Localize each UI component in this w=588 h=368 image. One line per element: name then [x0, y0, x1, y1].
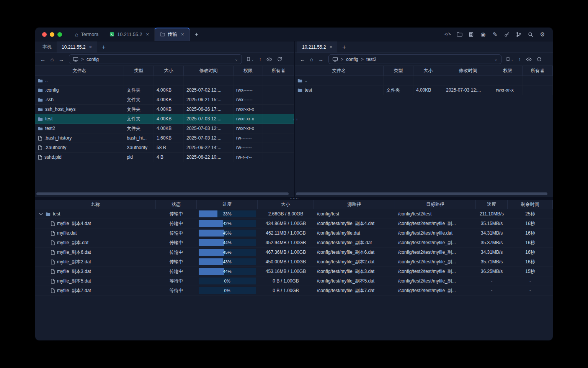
record-icon[interactable]: ◉ — [479, 30, 487, 39]
close-tab-icon[interactable]: × — [146, 32, 149, 37]
transfer-row[interactable]: myfile_副本.dat 传输中 44% 452.94MB / 1.00GB … — [35, 238, 553, 248]
home-button[interactable]: ⌂ — [47, 55, 57, 64]
column-header-mtime[interactable]: 修改时间 — [184, 66, 234, 76]
new-tab-button[interactable]: + — [190, 28, 204, 41]
column-header-owner[interactable]: 所有者 — [523, 66, 553, 76]
column-header-status[interactable]: 状态 — [156, 200, 197, 209]
file-row[interactable]: .config 文件夹 4.00KB 2025-07-02 12:... rwx… — [35, 85, 294, 95]
home-button[interactable]: ⌂ — [307, 55, 316, 64]
file-row[interactable]: test2 文件夹 4.00KB 2025-07-03 12:... rwxr-… — [35, 124, 294, 133]
column-header-perm[interactable]: 权限 — [234, 66, 263, 76]
log-icon[interactable] — [467, 30, 475, 39]
file-row[interactable]: sshd.pid pid 4 B 2025-06-22 10:... rw-r-… — [35, 153, 294, 162]
show-hidden-button[interactable] — [265, 55, 273, 64]
code-icon[interactable]: </> — [443, 30, 452, 39]
horizontal-splitter[interactable]: ⋯⋯ — [35, 197, 553, 200]
column-header-size[interactable]: 大小 — [258, 200, 314, 209]
settings-icon[interactable]: ⚙ — [538, 30, 547, 39]
file-row[interactable]: .bash_history bash_hi... 1.60KB 2025-07-… — [35, 133, 294, 143]
chevron-down-icon[interactable]: ⌄ — [235, 57, 238, 62]
forward-button[interactable]: → — [316, 55, 325, 64]
chevron-down-icon[interactable]: ⌄ — [494, 57, 498, 62]
column-header-mtime[interactable]: 修改时间 — [443, 66, 493, 76]
transfer-row[interactable]: test 传输中 33% 2.66GB / 8.00GB /config/tes… — [35, 209, 553, 219]
column-header-name[interactable]: 文件名 — [35, 66, 124, 76]
bookmark-button[interactable]: ⌄ — [505, 55, 515, 64]
new-pane-tab-button[interactable]: + — [337, 41, 351, 53]
transfer-row[interactable]: myfile_副本2.dat 传输中 43% 450.00MB / 1.00GB… — [35, 257, 553, 267]
tree-expand-chevron-icon[interactable] — [38, 213, 43, 215]
path-breadcrumb[interactable]: > config ⌄ — [69, 54, 242, 64]
breadcrumb-segment[interactable]: test2 — [366, 57, 376, 62]
column-header-source[interactable]: 源路径 — [314, 200, 395, 209]
close-tab-icon[interactable]: × — [330, 44, 333, 49]
file-row-selected[interactable]: test 文件夹 4.00KB 2025-07-03 12:... rwxr-x… — [35, 114, 294, 124]
pane-tab-remote[interactable]: 10.211.55.2 × — [297, 41, 337, 53]
horizontal-scrollbar[interactable] — [296, 192, 547, 195]
search-icon[interactable] — [526, 30, 535, 39]
column-header-owner[interactable]: 所有者 — [263, 66, 294, 76]
column-header-type[interactable]: 类型 — [124, 66, 154, 76]
edit-icon[interactable]: ✎ — [491, 30, 499, 39]
bookmark-button[interactable]: ⌄ — [245, 55, 255, 64]
upload-button[interactable]: ↑ — [258, 55, 263, 64]
transfer-row[interactable]: myfile_副本4.dat 传输中 42% 434.86MB / 1.00GB… — [35, 219, 553, 228]
right-pane-toolbar: ← ⌂ → > config > test2 ⌄ ⌄ ↑ — [295, 53, 553, 66]
transfer-table-header: 名称 状态 进度 大小 源路径 目标路径 速度 剩余时间 — [35, 200, 553, 209]
close-tab-icon[interactable]: × — [89, 44, 92, 49]
column-header-target[interactable]: 目标路径 — [395, 200, 476, 209]
transfer-source-path: /config/test/myfile_副本6.dat — [314, 248, 395, 257]
app-tab-transfer[interactable]: 传输 × — [155, 28, 190, 41]
file-row[interactable]: .ssh 文件夹 4.00KB 2025-06-21 15:... rwx---… — [35, 95, 294, 105]
minimize-window-button[interactable] — [50, 32, 54, 37]
back-button[interactable]: ← — [38, 55, 47, 64]
column-header-progress[interactable]: 进度 — [197, 200, 258, 209]
file-row[interactable]: .Xauthority Xauthority 58 B 2025-06-22 1… — [35, 143, 294, 153]
refresh-button[interactable] — [536, 55, 543, 64]
progress-label: 45% — [199, 249, 256, 256]
breadcrumb-segment[interactable]: config — [346, 57, 358, 62]
close-tab-icon[interactable]: × — [181, 32, 184, 37]
path-breadcrumb[interactable]: > config > test2 ⌄ — [328, 54, 501, 64]
key-icon[interactable] — [503, 30, 511, 39]
transfer-eta: 15秒 — [508, 267, 553, 276]
column-header-speed[interactable]: 速度 — [476, 200, 508, 209]
forward-button[interactable]: → — [57, 55, 66, 64]
new-pane-tab-button[interactable]: + — [97, 41, 111, 53]
column-header-type[interactable]: 类型 — [384, 66, 413, 76]
transfer-row[interactable]: myfile.dat 传输中 45% 462.11MB / 1.00GB /co… — [35, 228, 553, 238]
zoom-window-button[interactable] — [57, 32, 62, 37]
breadcrumb-segment[interactable]: config — [87, 57, 99, 62]
horizontal-scrollbar[interactable] — [36, 192, 289, 195]
file-row[interactable]: .. — [295, 76, 553, 85]
file-row[interactable]: ssh_host_keys 文件夹 4.00KB 2025-06-26 17:.… — [35, 105, 294, 114]
app-tab-session[interactable]: 10.211.55.2 × — [104, 28, 155, 41]
column-header-size[interactable]: 大小 — [413, 66, 443, 76]
pane-tab-local[interactable]: 本机 — [38, 41, 57, 53]
file-row[interactable]: test 文件夹 4.00KB 2025-07-03 12:... rwxr-x… — [295, 85, 553, 95]
file-type — [384, 76, 413, 85]
transfer-row[interactable]: myfile_副本6.dat 传输中 45% 467.36MB / 1.00GB… — [35, 248, 553, 257]
column-header-name[interactable]: 名称 — [35, 200, 156, 209]
column-header-size[interactable]: 大小 — [154, 66, 184, 76]
refresh-button[interactable] — [276, 55, 283, 64]
show-hidden-button[interactable] — [525, 55, 533, 64]
close-window-button[interactable] — [42, 32, 47, 37]
file-row[interactable]: .. — [35, 76, 294, 85]
back-button[interactable]: ← — [298, 55, 307, 64]
column-header-perm[interactable]: 权限 — [493, 66, 523, 76]
folder-icon[interactable] — [455, 30, 464, 39]
branch-icon[interactable] — [514, 30, 523, 39]
column-header-name[interactable]: 文件名 — [295, 66, 384, 76]
app-tab-termora[interactable]: ⌂ Termora — [70, 28, 104, 41]
column-header-eta[interactable]: 剩余时间 — [508, 200, 553, 209]
upload-button[interactable]: ↑ — [518, 55, 522, 64]
transfer-row[interactable]: myfile_副本5.dat 等待中 0% 0 B / 1.00GB /conf… — [35, 276, 553, 286]
transfer-row[interactable]: myfile_副本3.dat 传输中 44% 453.16MB / 1.00GB… — [35, 267, 553, 276]
transfer-row[interactable]: myfile_副本7.dat 等待中 0% 0 B / 1.00GB /conf… — [35, 286, 553, 296]
progress-bar: 43% — [199, 258, 256, 265]
progress-label: 0% — [199, 278, 256, 284]
pane-tab-remote[interactable]: 10.211.55.2 × — [57, 41, 97, 53]
file-owner — [523, 85, 553, 95]
file-owner — [263, 143, 294, 152]
